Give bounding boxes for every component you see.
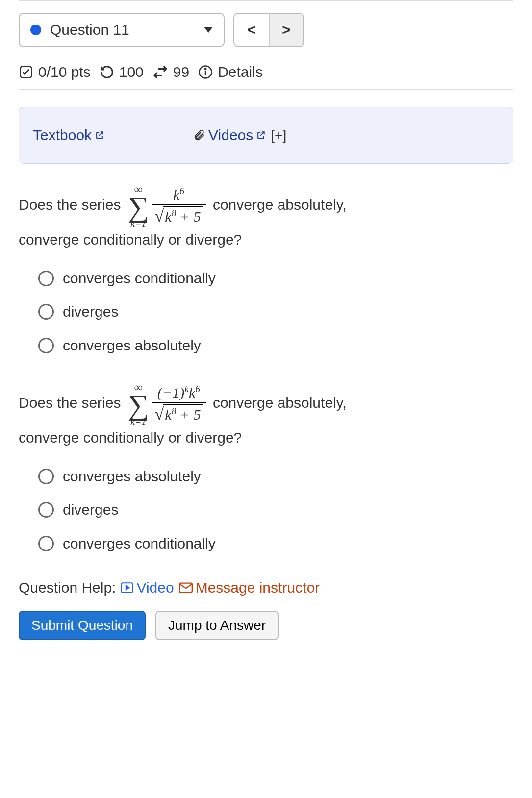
q1-prefix: Does the series bbox=[19, 197, 121, 213]
q2-formula: ∞ ∑ k=1 (−1)kk6 k8 + 5 bbox=[128, 381, 206, 426]
question-selector[interactable]: Question 11 bbox=[19, 13, 225, 47]
submit-button[interactable]: Submit Question bbox=[19, 611, 146, 640]
radio-icon bbox=[38, 271, 54, 286]
q2-option-2[interactable]: converges conditionally bbox=[38, 532, 513, 555]
q1-suffix: converge absolutely, bbox=[213, 197, 347, 213]
option-label: converges absolutely bbox=[63, 334, 201, 357]
q2-option-1[interactable]: diverges bbox=[38, 499, 513, 522]
option-label: converges absolutely bbox=[63, 465, 201, 488]
status-dot-icon bbox=[30, 25, 41, 35]
question-label: Question 11 bbox=[50, 22, 204, 38]
q1-option-0[interactable]: converges conditionally bbox=[38, 267, 513, 290]
expand-toggle[interactable]: [+] bbox=[271, 127, 286, 143]
play-icon bbox=[121, 582, 133, 593]
retry-icon bbox=[100, 65, 114, 79]
mail-icon bbox=[179, 582, 193, 593]
help-video-label: Video bbox=[136, 579, 174, 596]
chevron-down-icon bbox=[204, 27, 213, 33]
q1-option-1[interactable]: diverges bbox=[38, 300, 513, 324]
details-link[interactable]: Details bbox=[218, 64, 263, 80]
q1-formula: ∞ ∑ k=1 k6 k8 + 5 bbox=[128, 183, 206, 228]
sigma-lower: k=1 bbox=[130, 219, 146, 228]
info-icon bbox=[198, 65, 213, 79]
attempts-fwd: 99 bbox=[173, 64, 189, 80]
resources-panel: Textbook Videos [+] bbox=[19, 107, 513, 164]
sigma-icon: ∑ bbox=[128, 195, 149, 219]
swap-icon bbox=[152, 64, 168, 80]
message-label: Message instructor bbox=[196, 579, 320, 596]
help-video-link[interactable]: Video bbox=[121, 579, 174, 596]
jump-to-answer-button[interactable]: Jump to Answer bbox=[155, 611, 279, 640]
next-button[interactable]: > bbox=[269, 14, 303, 46]
attempts-back: 100 bbox=[119, 64, 144, 80]
radio-icon bbox=[38, 536, 54, 551]
radio-icon bbox=[38, 338, 54, 353]
radio-icon bbox=[38, 304, 54, 320]
external-link-icon bbox=[256, 130, 266, 140]
sigma-lower: k=1 bbox=[130, 417, 146, 426]
textbook-label: Textbook bbox=[33, 127, 92, 144]
score-text: 0/10 pts bbox=[38, 64, 91, 80]
option-label: diverges bbox=[63, 300, 118, 324]
option-label: converges conditionally bbox=[63, 532, 216, 555]
q2-prefix: Does the series bbox=[19, 395, 121, 411]
nav-arrows-group: < > bbox=[233, 13, 304, 47]
q1-line2: converge conditionally or diverge? bbox=[19, 228, 513, 251]
q2-option-0[interactable]: converges absolutely bbox=[38, 465, 513, 488]
prev-button[interactable]: < bbox=[234, 14, 269, 46]
radio-icon bbox=[38, 502, 54, 518]
videos-label: Videos bbox=[208, 127, 253, 144]
option-label: converges conditionally bbox=[63, 267, 216, 290]
checkbox-icon bbox=[19, 65, 33, 79]
help-row: Question Help: Video Message instructor bbox=[19, 579, 513, 596]
svg-point-3 bbox=[205, 69, 206, 70]
question-part-2: Does the series ∞ ∑ k=1 (−1)kk6 k8 + 5 c… bbox=[19, 381, 513, 555]
videos-link[interactable]: Videos [+] bbox=[193, 127, 286, 144]
sigma-icon: ∑ bbox=[128, 393, 149, 417]
help-label: Question Help: bbox=[19, 579, 116, 596]
radio-icon bbox=[38, 469, 54, 484]
message-instructor-link[interactable]: Message instructor bbox=[179, 579, 320, 596]
paperclip-icon bbox=[193, 129, 205, 142]
question-part-1: Does the series ∞ ∑ k=1 k6 k8 + 5 conver… bbox=[19, 183, 513, 357]
q2-suffix: converge absolutely, bbox=[213, 395, 347, 411]
external-link-icon bbox=[95, 130, 104, 140]
textbook-link[interactable]: Textbook bbox=[33, 127, 104, 144]
option-label: diverges bbox=[63, 499, 118, 522]
q1-option-2[interactable]: converges absolutely bbox=[38, 334, 513, 357]
q2-line2: converge conditionally or diverge? bbox=[19, 426, 513, 449]
